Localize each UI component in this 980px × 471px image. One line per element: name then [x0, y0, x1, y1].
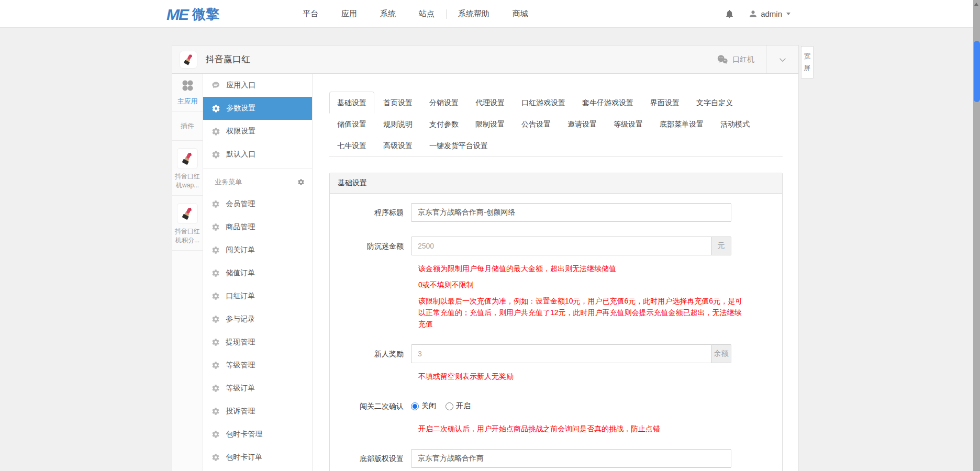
gear-icon — [211, 453, 220, 462]
rail-app-points[interactable]: 抖音口红 机积分... — [172, 196, 203, 251]
tab-limit-settings[interactable]: 限制设置 — [467, 113, 513, 135]
program-title-input[interactable] — [411, 203, 731, 222]
collapse-button[interactable] — [766, 46, 798, 74]
tab-lipstick-game-settings[interactable]: 口红游戏设置 — [514, 92, 573, 114]
menu-item-withdrawal-management[interactable]: 提现管理 — [203, 331, 312, 354]
yuan-addon: 元 — [711, 237, 731, 255]
tab-distribution-settings[interactable]: 分销设置 — [421, 92, 466, 114]
help-text: 不填或留空则表示新人无奖励 — [418, 371, 743, 382]
gear-icon — [211, 127, 220, 136]
tab-agent-settings[interactable]: 代理设置 — [467, 92, 513, 114]
field-newcomer-reward: 新人奖励 余额 — [338, 344, 774, 363]
gear-icon — [211, 384, 220, 392]
tab-cowboy-game-settings[interactable]: 套牛仔游戏设置 — [574, 92, 641, 114]
rail-plugins[interactable]: 插件 — [172, 112, 203, 141]
lipstick-icon — [177, 203, 198, 224]
menu-item-level-orders[interactable]: 等级订单 — [203, 377, 312, 400]
settings-tabs: 基础设置 首页设置 分销设置 代理设置 口红游戏设置 套牛仔游戏设置 界面设置 … — [329, 92, 783, 156]
tab-invitation-settings[interactable]: 邀请设置 — [560, 113, 605, 135]
rail-app-points-caption: 抖音口红 机积分... — [173, 227, 202, 245]
menu-item-app-entry[interactable]: 应用入口 — [203, 74, 312, 97]
tab-interface-settings[interactable]: 界面设置 — [642, 92, 687, 114]
app-rail: 主应用 插件 抖音口红 机wap... — [172, 74, 203, 471]
gear-icon — [211, 150, 220, 159]
widescreen-toggle[interactable]: 宽屏 — [801, 46, 814, 78]
app-card: 抖音赢口红 口红机 主应用 插件 — [172, 45, 799, 471]
rail-plugins-label: 插件 — [173, 117, 202, 135]
menu-item-complaint-management[interactable]: 投诉管理 — [203, 400, 312, 423]
menu-item-lipstick-orders[interactable]: 口红订单 — [203, 285, 312, 308]
tab-level-settings[interactable]: 等级设置 — [606, 113, 651, 135]
tab-payment-params[interactable]: 支付参数 — [421, 113, 466, 135]
anti-addiction-input[interactable] — [411, 237, 711, 255]
tab-recharge-settings[interactable]: 储值设置 — [329, 113, 374, 135]
menu-item-parameter-settings[interactable]: 参数设置 — [203, 97, 312, 120]
gear-icon — [211, 269, 220, 277]
field-footer-copyright: 底部版权设置 — [338, 449, 774, 468]
radio-option-close[interactable]: 关闭 — [411, 401, 436, 411]
rail-app-wap[interactable]: 抖音口红 机wap... — [172, 141, 203, 196]
gear-icon — [211, 200, 220, 208]
tab-text-customization[interactable]: 文字自定义 — [688, 92, 741, 114]
panel-body: 程序标题 防沉迷金额 元 — [330, 194, 782, 471]
gear-icon — [211, 407, 220, 416]
tab-announcement-settings[interactable]: 公告设置 — [514, 113, 559, 135]
menu-item-default-entry[interactable]: 默认入口 — [203, 143, 312, 166]
field-anti-addiction: 防沉迷金额 元 — [338, 237, 774, 255]
newcomer-reward-input[interactable] — [411, 344, 711, 363]
radio-open[interactable] — [446, 402, 453, 410]
nav-store[interactable]: 商城 — [501, 9, 540, 19]
menu-item-level-management[interactable]: 等级管理 — [203, 354, 312, 377]
tab-basic-settings[interactable]: 基础设置 — [329, 92, 374, 114]
tab-oneclick-shipping-settings[interactable]: 一键发货平台设置 — [421, 134, 496, 156]
radio-option-open[interactable]: 开启 — [446, 401, 471, 411]
help-text: 该限制以最后一次充值为准，例如：设置金额10元，用户已充值6元，此时用户选择再充… — [418, 295, 743, 330]
rail-main-app[interactable]: 主应用 — [172, 74, 203, 112]
menu-item-product-management[interactable]: 商品管理 — [203, 216, 312, 239]
tab-bottom-menu-settings[interactable]: 底部菜单设置 — [652, 113, 711, 135]
nav-apps[interactable]: 应用 — [330, 9, 369, 19]
menu-item-timecard-orders[interactable]: 包时卡订单 — [203, 446, 312, 469]
menu-item-challenge-orders[interactable]: 闯关订单 — [203, 239, 312, 262]
menu-item-timecard-management[interactable]: 包时卡管理 — [203, 423, 312, 446]
menu-item-member-management[interactable]: 会员管理 — [203, 193, 312, 216]
channel-selector[interactable]: 口红机 — [717, 54, 766, 65]
radio-close[interactable] — [411, 402, 419, 410]
gear-icon — [211, 315, 220, 323]
gear-icon — [211, 430, 220, 439]
menu-item-recharge-orders[interactable]: 储值订单 — [203, 262, 312, 285]
tab-advanced-settings[interactable]: 高级设置 — [375, 134, 420, 156]
field-label: 防沉迷金额 — [338, 237, 411, 255]
gear-icon — [211, 246, 220, 254]
menu-item-permission-settings[interactable]: 权限设置 — [203, 120, 312, 143]
weengine-logo[interactable]: ME 微擎 — [166, 5, 219, 24]
bell-icon[interactable] — [725, 9, 734, 19]
app-card-header: 抖音赢口红 口红机 — [172, 46, 798, 74]
scroll-up-arrow-icon[interactable] — [974, 3, 978, 6]
nav-site[interactable]: 站点 — [407, 9, 446, 19]
nav-system[interactable]: 系统 — [369, 9, 407, 19]
tab-home-settings[interactable]: 首页设置 — [375, 92, 420, 114]
help-text: 开启二次确认后，用户开始点商品挑战之前会询问是否真的挑战，防止点错 — [418, 423, 743, 434]
gear-icon[interactable] — [297, 178, 305, 186]
tab-activity-mode[interactable]: 活动模式 — [712, 113, 758, 135]
menu-item-participation-records[interactable]: 参与记录 — [203, 308, 312, 331]
scrollbar[interactable] — [973, 0, 980, 471]
nav-platform[interactable]: 平台 — [291, 9, 330, 19]
field-label: 闯关二次确认 — [338, 397, 411, 416]
caret-down-icon — [786, 13, 790, 15]
field-challenge-confirm: 闯关二次确认 关闭 开启 — [338, 397, 774, 416]
nav-system-help[interactable]: 系统帮助 — [447, 9, 501, 19]
field-program-title: 程序标题 — [338, 203, 774, 222]
user-menu[interactable]: admin — [748, 9, 790, 19]
tab-rules-description[interactable]: 规则说明 — [375, 113, 420, 135]
app-card-body: 主应用 插件 抖音口红 机wap... — [172, 74, 798, 471]
scrollbar-thumb[interactable] — [974, 41, 980, 102]
gear-icon — [211, 338, 220, 346]
tab-qiniu-settings[interactable]: 七牛设置 — [329, 134, 374, 156]
app-grid-icon — [181, 79, 194, 92]
chevron-down-icon — [777, 54, 788, 65]
footer-copyright-input[interactable] — [411, 449, 731, 468]
channel-label: 口红机 — [732, 55, 754, 64]
field-label: 底部版权设置 — [338, 449, 411, 468]
